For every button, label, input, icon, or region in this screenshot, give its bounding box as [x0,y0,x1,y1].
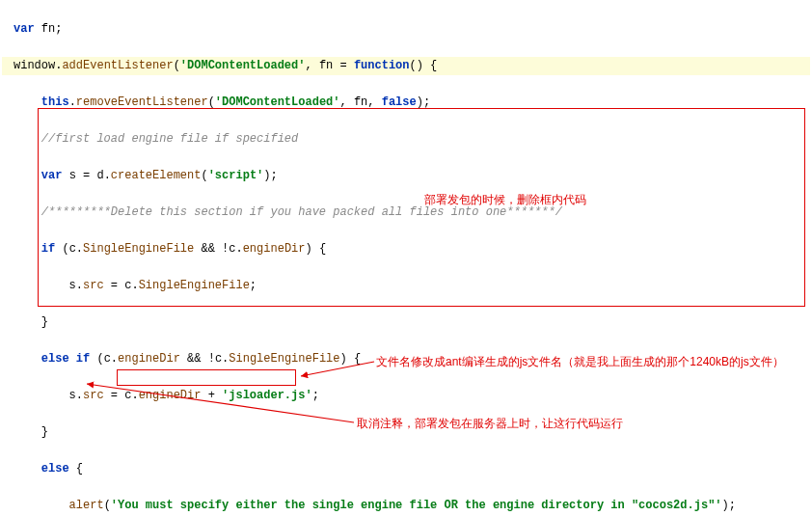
code-line: else { [2,460,810,478]
code-line: s.src = c.engineDir + 'jsloader.js'; [2,387,810,405]
code-line: } [2,313,810,332]
code-line: var s = d.createElement('script'); [2,167,810,185]
code-line: else if (c.engineDir && !c.SingleEngineF… [2,350,810,368]
code-line: var fn; [2,20,810,39]
code-line: /*********Delete this section if you hav… [2,204,810,222]
code-line: //first load engine file if specified [2,130,810,149]
code-line-highlighted: window.addEventListener('DOMContentLoade… [2,57,810,75]
code-line: alert('You must specify either the singl… [2,497,810,515]
code-line: if (c.SingleEngineFile && !c.engineDir) … [2,240,810,258]
code-line: this.removeEventListener('DOMContentLoad… [2,94,810,112]
code-line: } [2,423,810,442]
code-editor[interactable]: var fn; window.addEventListener('DOMCont… [2,2,810,516]
keyword-var: var [14,22,35,36]
code-line: s.src = c.SingleEngineFile; [2,277,810,295]
